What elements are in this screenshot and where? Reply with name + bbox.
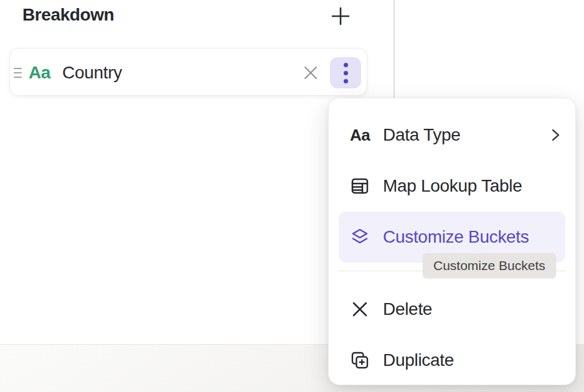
add-breakdown-button[interactable] xyxy=(329,5,352,27)
menu-item-duplicate[interactable]: Duplicate xyxy=(329,335,575,386)
app-window: Breakdown Aa Country Aa Data Type xyxy=(0,0,584,392)
kebab-vertical-icon xyxy=(344,63,348,67)
menu-item-delete[interactable]: Delete xyxy=(329,284,575,335)
chevron-right-icon xyxy=(551,128,560,142)
menu-item-data-type[interactable]: Aa Data Type xyxy=(329,110,575,161)
menu-item-label: Data Type xyxy=(383,125,460,145)
menu-item-label: Customize Buckets xyxy=(383,227,529,247)
drag-handle-icon[interactable] xyxy=(14,65,24,80)
remove-field-button[interactable] xyxy=(299,62,322,84)
x-icon xyxy=(303,65,318,80)
text-type-icon: Aa xyxy=(349,126,370,145)
x-icon xyxy=(349,301,370,317)
menu-item-map-lookup-table[interactable]: Map Lookup Table xyxy=(329,161,575,212)
layers-icon xyxy=(349,227,370,247)
breakdown-field-card[interactable]: Aa Country xyxy=(9,48,367,96)
copy-plus-icon xyxy=(349,350,370,370)
field-name: Country xyxy=(62,63,122,82)
table-icon xyxy=(349,176,370,196)
plus-icon xyxy=(331,7,350,26)
tooltip: Customize Buckets xyxy=(423,253,556,278)
menu-item-label: Map Lookup Table xyxy=(383,176,522,196)
field-menu-button[interactable] xyxy=(330,57,361,88)
menu-item-label: Duplicate xyxy=(383,350,454,370)
page-title: Breakdown xyxy=(22,5,114,25)
field-context-menu: Aa Data Type Map Lookup Table xyxy=(328,98,576,385)
menu-item-label: Delete xyxy=(383,299,432,319)
data-type-badge: Aa xyxy=(29,62,50,83)
